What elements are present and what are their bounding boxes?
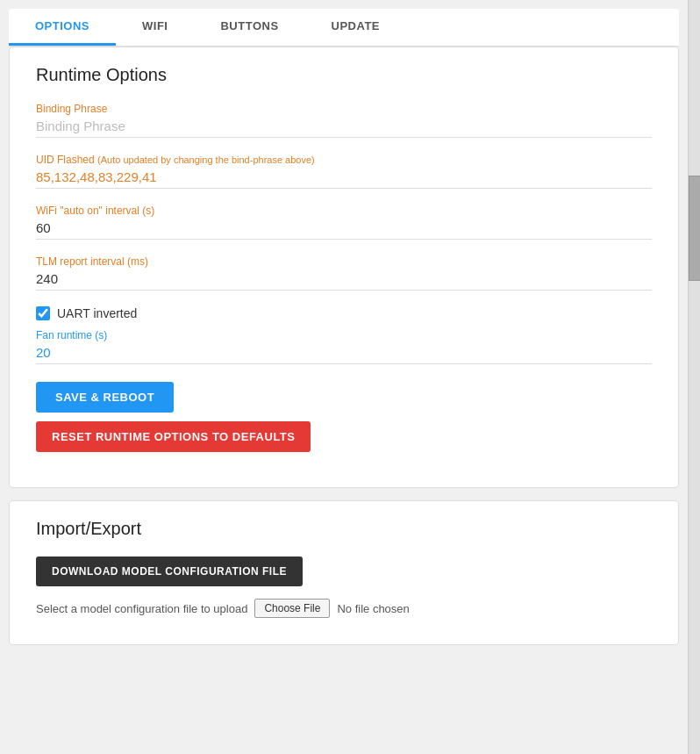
tabs-bar: OPTIONS WIFI BUTTONS UPDATE (9, 9, 679, 47)
upload-row: Select a model configuration file to upl… (36, 599, 652, 618)
uart-inverted-checkbox[interactable] (36, 306, 50, 320)
save-reboot-button[interactable]: SAVE & REBOOT (36, 382, 174, 413)
upload-text: Select a model configuration file to upl… (36, 602, 247, 615)
scrollbar-thumb[interactable] (689, 176, 700, 281)
download-config-button[interactable]: DOWNLOAD MODEL CONFIGURATION FILE (36, 557, 303, 586)
tab-buttons[interactable]: BUTTONS (194, 9, 304, 46)
scrollbar[interactable] (688, 0, 700, 754)
fan-runtime-label: Fan runtime (s) (36, 329, 652, 341)
action-buttons: SAVE & REBOOT RESET RUNTIME OPTIONS TO D… (36, 382, 652, 461)
wifi-interval-value: 60 (36, 220, 652, 240)
fan-runtime-value: 20 (36, 345, 652, 364)
tab-options[interactable]: OPTIONS (9, 9, 116, 46)
tlm-interval-group: TLM report interval (ms) 240 (36, 255, 652, 291)
uid-sublabel: (Auto updated by changing the bind-phras… (97, 154, 315, 165)
reset-defaults-button[interactable]: RESET RUNTIME OPTIONS TO DEFAULTS (36, 421, 311, 452)
wifi-interval-group: WiFi "auto on" interval (s) 60 (36, 205, 652, 240)
main-content: OPTIONS WIFI BUTTONS UPDATE Runtime Opti… (9, 9, 679, 645)
uid-group: UID Flashed (Auto updated by changing th… (36, 154, 652, 189)
uid-value: 85,132,48,83,229,41 (36, 169, 652, 189)
uid-label: UID Flashed (Auto updated by changing th… (36, 154, 652, 166)
tlm-interval-value: 240 (36, 271, 652, 291)
uart-inverted-label[interactable]: UART inverted (57, 306, 137, 320)
binding-phrase-group: Binding Phrase (36, 103, 652, 138)
page-wrapper: OPTIONS WIFI BUTTONS UPDATE Runtime Opti… (0, 0, 700, 754)
binding-phrase-input[interactable] (36, 118, 652, 138)
runtime-options-title: Runtime Options (36, 65, 652, 85)
choose-file-button[interactable]: Choose File (254, 599, 330, 618)
import-export-title: Import/Export (36, 519, 652, 539)
tlm-interval-label: TLM report interval (ms) (36, 255, 652, 268)
tab-wifi[interactable]: WIFI (116, 9, 194, 46)
no-file-chosen-text: No file chosen (337, 602, 409, 615)
import-export-card: Import/Export DOWNLOAD MODEL CONFIGURATI… (9, 500, 679, 645)
runtime-options-card: Runtime Options Binding Phrase UID Flash… (9, 47, 679, 488)
fan-runtime-group: Fan runtime (s) 20 (36, 329, 652, 364)
uart-inverted-row: UART inverted (36, 306, 652, 320)
tab-update[interactable]: UPDATE (305, 9, 406, 46)
wifi-interval-label: WiFi "auto on" interval (s) (36, 205, 652, 217)
binding-phrase-label: Binding Phrase (36, 103, 652, 115)
